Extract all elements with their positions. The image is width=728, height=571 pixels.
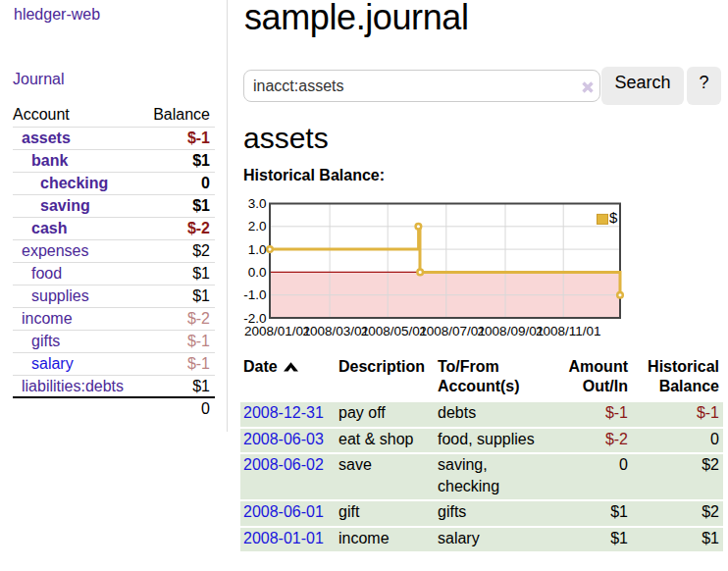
svg-text:2008/07/01: 2008/07/01 [419,324,486,338]
svg-text:2008/01/01: 2008/01/01 [244,324,311,338]
svg-text:2.0: 2.0 [248,219,267,234]
svg-text:0.0: 0.0 [248,265,267,280]
svg-text:3.0: 3.0 [248,196,267,211]
svg-text:$: $ [609,209,618,226]
svg-text:-1.0: -1.0 [243,287,266,302]
svg-text:1.0: 1.0 [248,242,267,257]
svg-text:2008/05/01: 2008/05/01 [361,324,428,338]
svg-text:2008/03/01: 2008/03/01 [302,324,369,338]
svg-text:2008/11/01: 2008/11/01 [536,324,601,338]
svg-text:2008/09/01: 2008/09/01 [478,324,545,338]
